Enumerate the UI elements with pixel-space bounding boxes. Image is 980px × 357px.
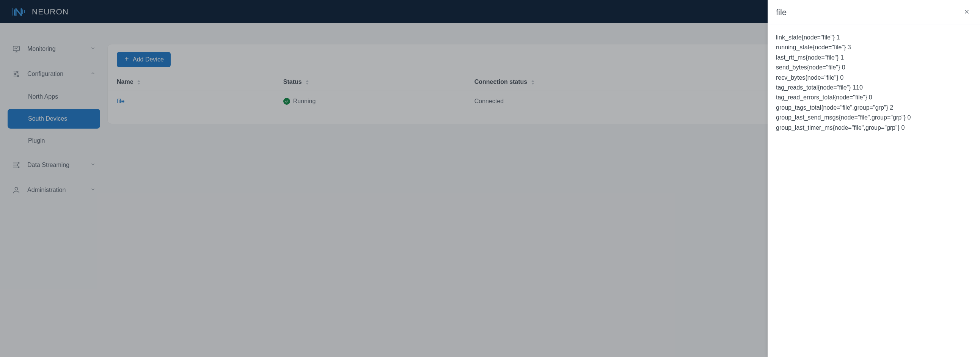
- monitor-icon: [12, 45, 21, 53]
- metric-line: recv_bytes{node="file"} 0: [776, 73, 972, 83]
- svg-point-3: [18, 75, 19, 77]
- sidebar: Monitoring: [0, 23, 108, 357]
- col-name[interactable]: Name: [108, 73, 279, 91]
- sidebar-item-label: Plugin: [28, 137, 45, 144]
- svg-point-1: [17, 71, 18, 73]
- metric-line: link_state{node="file"} 1: [776, 33, 972, 43]
- chevron-up-icon: [90, 70, 95, 77]
- col-label: Name: [117, 78, 134, 85]
- brand-name: NEURON: [32, 7, 68, 16]
- add-device-button[interactable]: Add Device: [117, 52, 171, 67]
- metric-line: group_last_send_msgs{node="file",group="…: [776, 113, 972, 123]
- button-label: Add Device: [133, 56, 164, 63]
- status-text: Running: [293, 98, 316, 105]
- sidebar-item-label: Monitoring: [27, 46, 56, 53]
- sidebar-item-data-streaming[interactable]: Data Streaming: [8, 155, 100, 176]
- metric-line: send_bytes{node="file"} 0: [776, 62, 972, 72]
- drawer-body: link_state{node="file"} 1running_state{n…: [768, 25, 980, 357]
- col-label: Status: [283, 78, 302, 85]
- chevron-down-icon: [90, 46, 95, 53]
- metric-line: last_rtt_ms{node="file"} 1: [776, 53, 972, 62]
- svg-point-5: [17, 165, 18, 166]
- sort-icon: [531, 80, 535, 84]
- sidebar-item-label: South Devices: [28, 115, 67, 122]
- metric-line: group_tags_total{node="file",group="grp"…: [776, 103, 972, 113]
- metric-line: tag_reads_total{node="file"} 110: [776, 83, 972, 92]
- device-name-link[interactable]: file: [117, 98, 124, 104]
- metric-line: group_last_timer_ms{node="file",group="g…: [776, 123, 972, 133]
- sort-icon: [306, 80, 309, 84]
- metric-line: tag_read_errors_total{node="file"} 0: [776, 92, 972, 102]
- check-circle-icon: [283, 98, 290, 105]
- sidebar-item-label: North Apps: [28, 93, 58, 100]
- sliders-icon: [12, 70, 21, 78]
- svg-point-7: [15, 187, 18, 190]
- chevron-down-icon: [90, 186, 95, 193]
- plus-icon: [124, 56, 130, 63]
- sidebar-item-monitoring[interactable]: Monitoring: [8, 38, 100, 59]
- stream-icon: [12, 161, 21, 169]
- sidebar-item-label: Administration: [27, 186, 65, 193]
- sidebar-item-label: Data Streaming: [27, 162, 69, 169]
- close-icon: [963, 11, 970, 16]
- col-connection[interactable]: Connection status: [470, 73, 788, 91]
- brand-logo-icon: [11, 6, 27, 17]
- user-icon: [12, 186, 21, 194]
- svg-point-2: [14, 73, 16, 75]
- metric-line: running_state{node="file"} 3: [776, 43, 972, 53]
- sort-icon: [137, 80, 140, 84]
- sidebar-item-configuration[interactable]: Configuration: [8, 63, 100, 84]
- sidebar-item-plugin[interactable]: Plugin: [8, 131, 100, 151]
- close-button[interactable]: [962, 7, 972, 18]
- details-drawer: file link_state{node="file"} 1running_st…: [768, 0, 980, 357]
- sidebar-item-north-apps[interactable]: North Apps: [8, 87, 100, 107]
- chevron-down-icon: [90, 162, 95, 169]
- sidebar-item-south-devices[interactable]: South Devices: [8, 109, 100, 129]
- col-status[interactable]: Status: [279, 73, 470, 91]
- sidebar-item-label: Configuration: [27, 70, 63, 77]
- svg-point-6: [18, 167, 19, 168]
- connection-text: Connected: [474, 98, 504, 104]
- status-cell: Running: [283, 98, 316, 105]
- col-label: Connection status: [474, 78, 528, 85]
- drawer-title: file: [776, 8, 787, 18]
- sidebar-item-administration[interactable]: Administration: [8, 179, 100, 201]
